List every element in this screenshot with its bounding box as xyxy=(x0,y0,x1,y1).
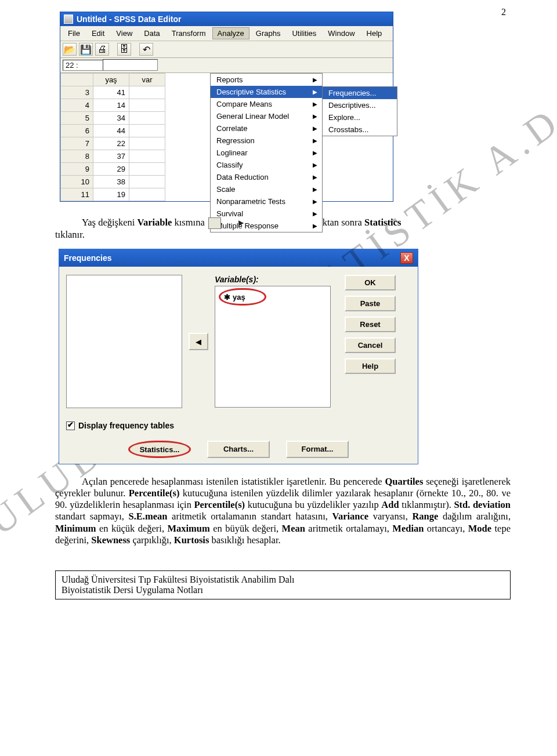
row-header[interactable]: 6 xyxy=(61,125,93,137)
source-variable-list[interactable] xyxy=(66,275,182,408)
analyze-item[interactable]: Regression▶ xyxy=(211,135,322,147)
row-header[interactable]: 5 xyxy=(61,112,93,125)
text-bold: S.E.mean xyxy=(129,511,168,522)
row-header[interactable]: 10 xyxy=(61,176,93,188)
data-cell[interactable]: 19 xyxy=(93,188,129,201)
menu-view[interactable]: View xyxy=(111,27,138,39)
data-cell-empty[interactable] xyxy=(129,99,165,112)
row-header[interactable]: 7 xyxy=(61,137,93,150)
data-cell[interactable]: 41 xyxy=(93,86,129,99)
analyze-item[interactable]: Nonparametric Tests▶ xyxy=(211,195,322,208)
analyze-item[interactable]: Correlate▶ xyxy=(211,122,322,135)
text: aritmetik ortalamayı, xyxy=(305,523,392,534)
data-cell-empty[interactable] xyxy=(129,137,165,150)
toolbar-db-icon[interactable]: 🗄 xyxy=(117,43,131,56)
row-header[interactable]: 4 xyxy=(61,99,93,112)
chevron-right-icon: ▶ xyxy=(313,125,317,132)
data-cell[interactable]: 37 xyxy=(93,150,129,163)
text: kısmına xyxy=(172,217,207,228)
text-bold: Kurtosis xyxy=(174,535,209,546)
footer-line-1: Uludağ Üniversitesi Tıp Fakültesi Biyois… xyxy=(62,575,504,585)
help-button[interactable]: Help xyxy=(345,358,396,374)
toolbar-save-icon[interactable]: 💾 xyxy=(79,43,93,56)
analyze-item[interactable]: General Linear Model▶ xyxy=(211,110,322,122)
display-freq-checkbox[interactable] xyxy=(66,421,75,430)
analyze-item[interactable]: Compare Means▶ xyxy=(211,98,322,110)
data-cell[interactable]: 38 xyxy=(93,176,129,188)
toolbar-open-icon[interactable]: 📂 xyxy=(63,43,77,56)
analyze-item[interactable]: Classify▶ xyxy=(211,159,322,171)
text: en büyük değeri, xyxy=(210,523,282,534)
paste-button[interactable]: Paste xyxy=(345,296,396,311)
toolbar-print-icon[interactable]: 🖨 xyxy=(95,43,109,56)
variable-yas-highlight: ✱ yaş xyxy=(219,288,266,306)
chevron-right-icon: ▶ xyxy=(313,89,317,95)
data-grid[interactable]: yaşvar34141453464472283792910381119 xyxy=(60,73,165,201)
move-left-button[interactable]: ◀ xyxy=(189,333,208,350)
reset-button[interactable]: Reset xyxy=(345,317,396,332)
data-cell-empty[interactable] xyxy=(129,163,165,176)
column-header[interactable] xyxy=(61,74,93,86)
cell-value-input[interactable] xyxy=(103,59,158,71)
chevron-right-icon: ▶ xyxy=(313,77,317,83)
text-bold: Percentile(s) xyxy=(194,499,245,510)
menu-data[interactable]: Data xyxy=(139,27,165,39)
menu-graphs[interactable]: Graphs xyxy=(251,27,286,39)
descriptive-item[interactable]: Frequencies... xyxy=(323,87,397,99)
spss-title: Untitled - SPSS Data Editor xyxy=(77,14,181,24)
column-header[interactable]: yaş xyxy=(93,74,129,86)
analyze-item[interactable]: Data Reduction▶ xyxy=(211,171,322,183)
row-header[interactable]: 11 xyxy=(61,188,93,201)
data-cell-empty[interactable] xyxy=(129,176,165,188)
menu-file[interactable]: File xyxy=(63,27,85,39)
row-header[interactable]: 3 xyxy=(61,86,93,99)
text: Yaş değişkeni xyxy=(82,217,138,228)
menubar: FileEditViewDataTransformAnalyzeGraphsUt… xyxy=(60,26,393,41)
menu-utilities[interactable]: Utilities xyxy=(287,27,321,39)
data-cell-empty[interactable] xyxy=(129,112,165,125)
text-bold: Percentile(s) xyxy=(129,488,180,499)
charts-button[interactable]: Charts... xyxy=(207,441,270,458)
menu-edit[interactable]: Edit xyxy=(86,27,110,39)
text-bold: Quartiles xyxy=(385,476,423,487)
close-button[interactable]: X xyxy=(400,252,413,264)
data-cell[interactable]: 29 xyxy=(93,163,129,176)
descriptive-item[interactable]: Crosstabs... xyxy=(323,123,397,136)
text: dağılım aralığını, xyxy=(438,511,511,522)
cell-reference[interactable]: 22 : xyxy=(63,60,103,71)
analyze-item[interactable]: Scale▶ xyxy=(211,183,322,195)
data-cell[interactable]: 22 xyxy=(93,137,129,150)
data-cell-empty[interactable] xyxy=(129,188,165,201)
analyze-item[interactable]: Survival▶ xyxy=(211,208,322,220)
data-cell[interactable]: 34 xyxy=(93,112,129,125)
row-header[interactable]: 9 xyxy=(61,163,93,176)
toolbar: 📂 💾 🖨 🗄 ↶ xyxy=(60,41,393,58)
data-cell[interactable]: 14 xyxy=(93,99,129,112)
selected-variable-list[interactable]: ✱ yaş xyxy=(215,286,331,408)
menu-analyze[interactable]: Analyze xyxy=(212,27,249,39)
descriptive-submenu: Frequencies...Descriptives...Explore...C… xyxy=(322,86,397,136)
descriptive-item[interactable]: Descriptives... xyxy=(323,99,397,111)
text: standart sapmayı, xyxy=(55,511,129,522)
ok-button[interactable]: OK xyxy=(345,275,396,290)
analyze-item[interactable]: Descriptive Statistics▶ xyxy=(211,86,322,98)
menu-window[interactable]: Window xyxy=(323,27,360,39)
format-button[interactable]: Format... xyxy=(286,441,349,458)
menu-transform[interactable]: Transform xyxy=(167,27,211,39)
statistics-button[interactable]: Statistics... xyxy=(128,441,191,458)
variable-item[interactable]: yaş xyxy=(233,293,245,301)
row-header[interactable]: 8 xyxy=(61,150,93,163)
descriptive-item[interactable]: Explore... xyxy=(323,111,397,123)
data-cell-empty[interactable] xyxy=(129,150,165,163)
menu-help[interactable]: Help xyxy=(361,27,388,39)
chevron-right-icon: ▶ xyxy=(313,186,317,192)
cancel-button[interactable]: Cancel xyxy=(345,337,396,353)
toolbar-undo-icon[interactable]: ↶ xyxy=(139,43,153,56)
chevron-right-icon: ▶ xyxy=(313,162,317,168)
analyze-item[interactable]: Reports▶ xyxy=(211,74,322,86)
data-cell[interactable]: 44 xyxy=(93,125,129,137)
column-header[interactable]: var xyxy=(129,74,165,86)
data-cell-empty[interactable] xyxy=(129,86,165,99)
analyze-item[interactable]: Loglinear▶ xyxy=(211,147,322,159)
data-cell-empty[interactable] xyxy=(129,125,165,137)
